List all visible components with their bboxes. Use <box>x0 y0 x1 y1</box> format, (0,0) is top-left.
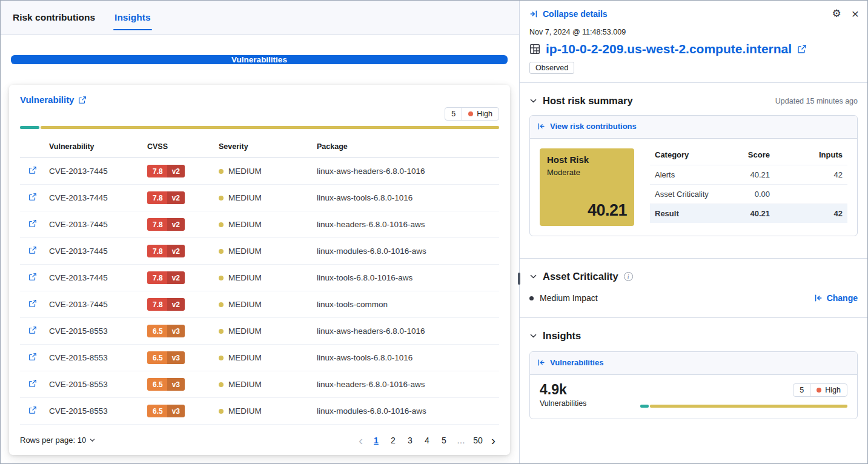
high-severity-badge: 5 High <box>793 383 847 397</box>
severity-dot <box>219 276 224 280</box>
pagination: ‹ 12345…50 › <box>355 434 499 446</box>
host-title-link[interactable]: ip-10-0-2-209.us-west-2.compute.internal <box>529 42 858 56</box>
host-risk-level: Moderate <box>547 168 627 177</box>
page-button-50[interactable]: 50 <box>471 434 485 446</box>
tab-risk-contributions[interactable]: Risk contributions <box>12 1 96 35</box>
package-name: linux-aws-tools-6.8.0-1016 <box>317 353 412 362</box>
open-vulnerability-icon[interactable] <box>28 379 37 388</box>
vulnerability-row: CVE-2013-74457.8v2MEDIUMlinux-tools-comm… <box>20 291 499 318</box>
screen: Risk contributions Insights Vulnerabilit… <box>0 0 868 464</box>
asset-criticality-toggle[interactable]: Asset Criticality i <box>529 271 633 282</box>
open-vulnerability-icon[interactable] <box>28 299 37 308</box>
arrow-end-icon <box>529 10 538 18</box>
distribution-segment-low <box>20 126 39 129</box>
cve-id: CVE-2015-8553 <box>49 353 108 362</box>
impact-dot-icon <box>529 296 534 300</box>
prev-page-button[interactable]: ‹ <box>355 434 366 446</box>
insights-toggle[interactable]: Insights <box>529 330 581 342</box>
high-count: 5 <box>445 108 462 120</box>
vulnerability-card: Vulnerability 5 High <box>9 85 510 455</box>
asset-criticality-title: Asset Criticality <box>543 271 618 282</box>
gear-icon[interactable]: ⚙ <box>832 8 841 19</box>
open-vulnerability-icon[interactable] <box>28 353 37 361</box>
open-vulnerability-icon[interactable] <box>28 273 37 281</box>
divider <box>520 258 867 259</box>
cvss-score-badge: 7.8v2 <box>147 165 185 177</box>
tab-label: Insights <box>114 12 150 23</box>
column-header-inputs: Inputs <box>775 148 847 165</box>
vulnerability-row: CVE-2015-85536.5v3MEDIUMlinux-aws-header… <box>20 318 499 345</box>
distribution-segment-medium <box>650 405 847 408</box>
vulnerabilities-banner-button[interactable]: Vulnerabilities <box>11 55 508 64</box>
risk-score: 0.00 <box>717 185 775 204</box>
change-criticality-button[interactable]: Change <box>814 293 858 303</box>
severity-label: MEDIUM <box>228 167 262 176</box>
vulnerability-title-link[interactable]: Vulnerability <box>20 94 87 105</box>
right-panel: Collapse details ⚙ × Nov 7, 2024 @ 11:48… <box>520 1 867 463</box>
page-button-2[interactable]: 2 <box>386 434 400 446</box>
severity-distribution-bar <box>20 126 499 129</box>
tab-bar: Risk contributions Insights <box>1 1 519 35</box>
left-panel: Risk contributions Insights Vulnerabilit… <box>1 1 519 463</box>
severity-dot <box>219 196 224 201</box>
cvss-score-badge: 6.5v3 <box>147 405 185 417</box>
risk-inputs <box>775 185 847 204</box>
cvss-score-badge: 7.8v2 <box>147 218 185 231</box>
cvss-score-badge: 7.8v2 <box>147 271 185 284</box>
package-name: linux-headers-6.8.0-1016-aws <box>317 380 425 389</box>
severity-label: MEDIUM <box>228 220 262 229</box>
severity-dot <box>219 169 224 174</box>
panel-resizer[interactable] <box>519 1 520 463</box>
cvss-score-badge: 6.5v3 <box>147 378 185 391</box>
severity-label: MEDIUM <box>228 326 262 336</box>
open-vulnerability-icon[interactable] <box>28 406 37 414</box>
page-button-1[interactable]: 1 <box>369 434 383 446</box>
view-risk-contributions-link[interactable]: View risk contributions <box>537 122 637 131</box>
open-vulnerability-icon[interactable] <box>28 219 37 228</box>
open-vulnerability-icon[interactable] <box>28 246 37 254</box>
resizer-handle-icon[interactable] <box>518 273 520 285</box>
chevron-down-icon <box>89 437 96 443</box>
high-cell: High <box>462 108 499 120</box>
vulnerability-table-header: Vulnerability CVSS Severity Package <box>20 137 499 158</box>
open-vulnerability-icon[interactable] <box>28 166 37 174</box>
page-button-3[interactable]: 3 <box>403 434 417 446</box>
vulnerabilities-link-label: Vulnerabilities <box>550 358 603 367</box>
card-footer: Rows per page: 10 ‹ 12345…50 › <box>20 434 499 446</box>
page-button-5[interactable]: 5 <box>437 434 451 446</box>
cve-id: CVE-2013-7445 <box>49 273 108 282</box>
risk-category: Alerts <box>650 165 717 185</box>
cvss-score-badge: 6.5v3 <box>147 325 185 337</box>
risk-table-header: Category Score Inputs <box>650 148 847 165</box>
severity-label: MEDIUM <box>228 193 262 202</box>
severity-label: MEDIUM <box>228 406 262 416</box>
view-risk-contributions-label: View risk contributions <box>550 122 637 131</box>
asset-criticality-value: Medium Impact <box>529 293 598 303</box>
info-icon[interactable]: i <box>624 272 633 281</box>
distribution-segment-medium <box>41 126 499 129</box>
package-name: linux-tools-common <box>317 300 388 309</box>
host-risk-summary-toggle[interactable]: Host risk summary <box>529 95 633 107</box>
external-link-icon <box>78 96 87 104</box>
arrow-start-icon <box>537 122 545 130</box>
page-button-4[interactable]: 4 <box>420 434 434 446</box>
severity-label: MEDIUM <box>228 380 262 389</box>
close-icon[interactable]: × <box>852 7 859 20</box>
risk-table-row: Asset Criticality 0.00 <box>650 185 847 204</box>
open-vulnerability-icon[interactable] <box>28 193 37 201</box>
rows-per-page-select[interactable]: Rows per page: 10 <box>20 436 96 445</box>
collapse-details-button[interactable]: Collapse details <box>529 9 608 19</box>
arrow-start-icon <box>814 294 823 302</box>
tab-label: Risk contributions <box>13 12 95 23</box>
risk-score: 40.21 <box>717 165 775 185</box>
tab-insights[interactable]: Insights <box>113 1 151 35</box>
external-link-icon <box>797 44 807 54</box>
insights-panel-body: 4.9k Vulnerabilities 5 High <box>530 375 857 419</box>
open-vulnerability-icon[interactable] <box>28 326 37 334</box>
vulnerabilities-link[interactable]: Vulnerabilities <box>537 358 603 367</box>
package-name: linux-aws-tools-6.8.0-1016 <box>317 193 412 202</box>
severity-label: MEDIUM <box>228 300 262 309</box>
cve-id: CVE-2013-7445 <box>49 167 108 176</box>
severity-label: MEDIUM <box>228 273 262 282</box>
next-page-button[interactable]: › <box>488 434 499 446</box>
